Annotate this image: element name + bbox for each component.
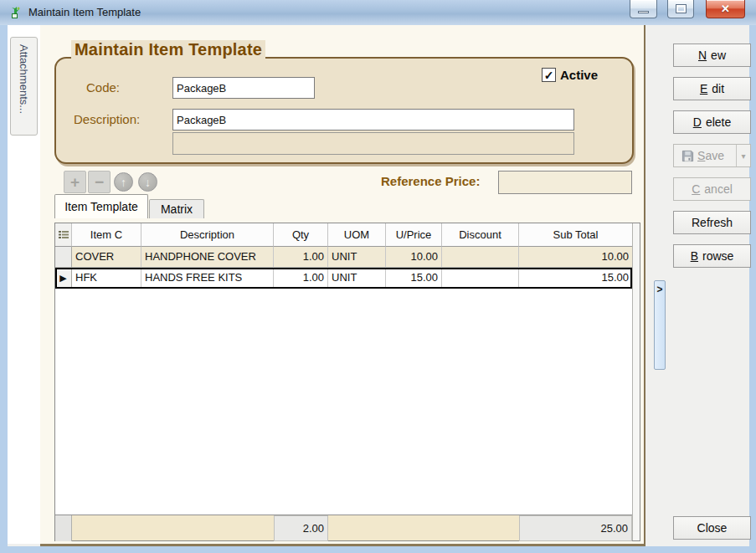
move-up-button[interactable]: ↑ xyxy=(112,171,135,193)
grid-scrollbar[interactable] xyxy=(632,223,640,540)
active-checkbox[interactable]: ✓ Active xyxy=(542,68,598,82)
new-button[interactable]: New xyxy=(673,44,751,67)
code-input[interactable] xyxy=(172,77,315,99)
delete-button[interactable]: Delete xyxy=(673,110,751,134)
move-down-button[interactable]: ↓ xyxy=(136,171,159,193)
cell-sub-total[interactable]: 10.00 xyxy=(519,247,632,268)
close-window-button[interactable]: ✕ xyxy=(706,0,745,18)
save-label: Save xyxy=(697,149,724,162)
chevron-right-icon: > xyxy=(656,284,662,295)
description2-input xyxy=(172,132,574,155)
description-input[interactable] xyxy=(172,109,574,131)
client-area: Attachments... Maintain Item Template ✓ … xyxy=(8,25,749,546)
totals-spacer xyxy=(72,515,141,541)
floppy-disk-icon xyxy=(681,150,694,162)
row-marker-cell: ▶ xyxy=(55,268,72,289)
minimize-icon xyxy=(638,11,649,13)
grid-empty-area xyxy=(55,289,632,515)
cell-uom[interactable]: UNIT xyxy=(328,247,386,268)
col-header-item-c[interactable]: Item C xyxy=(72,223,141,247)
panel-expander[interactable]: > xyxy=(654,280,666,370)
cell-u-price[interactable]: 10.00 xyxy=(386,247,442,268)
totals-spacer xyxy=(141,515,274,541)
title-bar: Maintain Item Template ✕ xyxy=(0,0,756,25)
cell-item-c[interactable]: COVER xyxy=(72,247,141,268)
tab-matrix[interactable]: Matrix xyxy=(149,199,204,218)
reference-price-input xyxy=(498,171,632,194)
minimize-button[interactable] xyxy=(630,0,657,18)
arrow-down-icon: ↓ xyxy=(138,172,157,192)
action-panel: > New Edit Delete Save ▾ Cancel Refresh xyxy=(645,25,749,546)
cell-u-price[interactable]: 15.00 xyxy=(386,268,442,289)
grid-header-row: Item C Description Qty UOM U/Price Disco… xyxy=(55,223,632,247)
col-header-uom[interactable]: UOM xyxy=(328,223,386,247)
col-header-sub-total[interactable]: Sub Total xyxy=(519,223,632,247)
reference-price-label: Reference Price: xyxy=(381,174,480,188)
maximize-button[interactable] xyxy=(667,0,694,18)
cancel-button: Cancel xyxy=(673,177,751,201)
browse-button[interactable]: Browse xyxy=(673,244,751,268)
table-row[interactable]: COVER HANDPHONE COVER 1.00 UNIT 10.00 10… xyxy=(55,247,632,268)
col-header-description[interactable]: Description xyxy=(141,223,274,247)
table-row-selected[interactable]: ▶ HFK HANDS FREE KITS 1.00 UNIT 15.00 15… xyxy=(55,268,632,289)
col-header-u-price[interactable]: U/Price xyxy=(386,223,442,247)
window-title: Maintain Item Template xyxy=(28,6,141,18)
totals-marker-cell xyxy=(55,515,72,541)
row-marker-cell xyxy=(55,247,72,268)
active-checkbox-box[interactable]: ✓ xyxy=(542,68,556,82)
groupbox-title: Maintain Item Template xyxy=(71,40,265,59)
code-label: Code: xyxy=(86,80,120,95)
app-icon xyxy=(9,6,23,19)
cell-item-c[interactable]: HFK xyxy=(72,268,141,289)
cell-uom[interactable]: UNIT xyxy=(328,268,386,289)
minus-icon: − xyxy=(95,174,104,190)
totals-qty: 2.00 xyxy=(274,515,328,541)
item-grid: Item C Description Qty UOM U/Price Disco… xyxy=(54,223,640,541)
close-icon: ✕ xyxy=(721,3,730,15)
totals-spacer xyxy=(442,515,519,541)
grid-totals-row: 2.00 25.00 xyxy=(55,515,632,540)
save-dropdown-arrow: ▾ xyxy=(736,145,750,166)
refresh-button[interactable]: Refresh xyxy=(673,211,751,234)
save-button: Save ▾ xyxy=(673,144,751,167)
description-label: Description: xyxy=(74,112,140,126)
attachments-panel: Attachments... xyxy=(8,25,40,544)
cell-qty[interactable]: 1.00 xyxy=(274,247,328,268)
close-button[interactable]: Close xyxy=(673,516,751,540)
arrow-up-icon: ↑ xyxy=(114,172,133,192)
cell-sub-total[interactable]: 15.00 xyxy=(519,268,632,289)
active-checkbox-label: Active xyxy=(560,68,598,82)
col-header-discount[interactable]: Discount xyxy=(442,223,519,247)
tab-item-template[interactable]: Item Template xyxy=(54,194,148,218)
grid-corner-cell[interactable] xyxy=(55,223,72,247)
remove-row-button[interactable]: − xyxy=(88,171,111,193)
attachments-tab[interactable]: Attachments... xyxy=(10,37,38,136)
cell-discount[interactable] xyxy=(442,268,519,289)
totals-sub-total: 25.00 xyxy=(519,515,632,541)
cell-description[interactable]: HANDS FREE KITS xyxy=(141,268,274,289)
maximize-icon xyxy=(676,5,686,13)
application-window: Maintain Item Template ✕ Attachments... … xyxy=(0,0,756,553)
list-icon xyxy=(59,230,69,240)
col-header-qty[interactable]: Qty xyxy=(274,223,328,247)
totals-spacer xyxy=(328,515,386,541)
cell-qty[interactable]: 1.00 xyxy=(274,268,328,289)
cell-description[interactable]: HANDPHONE COVER xyxy=(141,247,274,268)
main-panel: Maintain Item Template ✓ Active Code: De… xyxy=(40,25,645,546)
totals-spacer xyxy=(386,515,442,541)
plus-icon: + xyxy=(70,174,80,190)
check-icon: ✓ xyxy=(544,69,554,81)
cell-discount[interactable] xyxy=(442,247,519,268)
edit-button[interactable]: Edit xyxy=(673,77,751,100)
add-row-button[interactable]: + xyxy=(64,171,86,193)
